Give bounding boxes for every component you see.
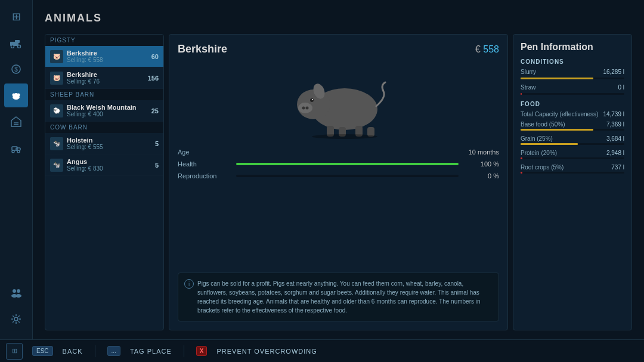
esc-key[interactable]: ESC [32,346,53,356]
info-text: Pigs can be sold for a profit. Pigs eat … [197,280,481,314]
stat-row-health: Health 100 % [178,160,499,168]
animal-selling: Selling: € 555 [67,144,140,150]
category-pigsty: PIGSTY [45,35,163,46]
animal-list-panel: PIGSTY 🐷 Berkshire Selling: € 558 60 🐷 B… [45,34,164,330]
food-grain-value: 3,684 l [606,135,624,142]
food-row-grain: Grain (25%) 3,684 l [521,135,624,142]
animal-selling: Selling: € 830 [67,165,140,172]
reproduction-bar-container [236,175,459,177]
animal-count: 156 [144,75,159,82]
sidebar-item-home[interactable]: ⊞ [4,5,28,29]
animal-selling: Selling: € 76 [67,78,140,85]
prevent-overcrowding-label: PREVENT OVERCROWDING [216,348,317,355]
animal-selling: Selling: € 400 [67,111,140,117]
pen-slurry-row: Slurry 16,285 l [521,69,624,75]
corner-button[interactable]: ⊞ [6,343,23,360]
animal-count: 5 [144,162,159,169]
separator [184,345,184,357]
animal-info: Berkshire Selling: € 76 [67,71,140,85]
straw-bar-container [521,93,624,95]
food-protein-value: 2,948 l [606,150,624,156]
svg-text:$: $ [14,66,18,73]
food-root-bar [521,172,522,174]
total-capacity-value: 14,739 l [603,111,624,117]
svg-point-31 [312,99,313,100]
animal-info: Holstein Selling: € 555 [67,137,140,150]
prevent-key[interactable]: X [196,346,208,356]
stat-row-age: Age 10 months [178,148,499,156]
straw-value: 0 l [618,84,624,91]
slurry-bar [521,78,593,79]
animal-icon: 🐑 [50,104,63,117]
food-protein-bar [521,157,522,159]
animal-row[interactable]: 🐄 Angus Selling: € 830 5 [45,154,163,176]
category-sheep: SHEEP BARN [45,89,163,100]
age-label: Age [178,148,231,156]
svg-point-9 [14,93,18,95]
info-box: i Pigs can be sold for a profit. Pigs ea… [178,273,499,321]
reproduction-label: Reproduction [178,172,231,180]
detail-header: Berkshire € 558 [178,43,499,55]
svg-point-37 [312,134,377,139]
tag-place-label: TAG PLACE [130,348,172,355]
animal-name: Berkshire [67,49,140,57]
svg-point-17 [13,289,16,293]
animal-selling: Selling: € 558 [67,57,140,63]
pen-info-panel: Pen Information CONDITIONS Slurry 16,285… [513,34,632,330]
food-base-bar [521,129,593,131]
main-content: ANIMALS PIGSTY 🐷 Berkshire Selling: € 55… [33,0,644,362]
health-bar-container [236,163,459,165]
animal-row[interactable]: 🐷 Berkshire Selling: € 558 60 [45,46,163,67]
sidebar-item-finance[interactable]: $ [4,57,28,81]
pen-straw-row: Straw 0 l [521,84,624,91]
animal-detail-panel: Berkshire € 558 [169,34,508,330]
sidebar-item-vehicle[interactable] [4,31,28,55]
animal-row[interactable]: 🐄 Holstein Selling: € 555 5 [45,133,163,154]
svg-point-3 [18,45,21,48]
animal-name: Berkshire [67,71,140,78]
food-grain-label: Grain (25%) [521,135,553,142]
slurry-label: Slurry [521,69,536,75]
svg-point-20 [16,294,21,298]
info-icon: i [184,279,194,289]
health-bar [236,163,459,165]
straw-label: Straw [521,84,536,91]
sidebar-item-workers[interactable] [4,281,28,305]
animal-row[interactable]: 🐷 Berkshire Selling: € 76 156 [45,67,163,89]
sidebar-item-machine[interactable] [4,136,28,160]
animal-icon: 🐄 [50,159,63,172]
animal-detail-name: Berkshire [178,43,227,55]
animal-info: Angus Selling: € 830 [67,158,140,172]
age-value: 10 months [463,148,499,156]
sidebar-item-field[interactable] [4,110,28,134]
food-row-root: Root crops (5%) 737 l [521,164,624,171]
animal-icon: 🐷 [50,72,63,85]
category-cow: COW BARN [45,122,163,133]
content-area: PIGSTY 🐷 Berkshire Selling: € 558 60 🐷 B… [45,34,632,330]
sidebar-item-animal[interactable] [4,83,28,107]
reproduction-value: 0 % [463,172,499,180]
food-row-protein: Protein (20%) 2,948 l [521,150,624,156]
svg-point-21 [14,317,18,321]
animal-icon: 🐷 [50,50,63,63]
animal-icon: 🐄 [50,137,63,150]
food-base-label: Base food (50%) [521,121,565,128]
sidebar-item-settings[interactable] [4,307,28,331]
separator [95,345,95,357]
bottom-bar: ⊞ ESC BACK ... TAG PLACE X PREVENT OVERC… [0,339,644,362]
svg-point-28 [302,107,305,110]
animal-name: Angus [67,158,140,165]
slurry-value: 16,285 l [603,69,624,75]
svg-point-16 [17,150,20,153]
food-grain-bar [521,143,578,145]
animal-image [178,61,499,139]
back-label: BACK [63,348,83,355]
svg-point-15 [12,150,14,153]
svg-point-29 [305,107,308,110]
food-row-base: Base food (50%) 7,369 l [521,121,624,128]
animal-row[interactable]: 🐑 Black Welsh Mountain Selling: € 400 25 [45,100,163,122]
tag-key[interactable]: ... [107,346,120,356]
svg-point-2 [11,45,14,48]
page-title: ANIMALS [45,12,632,24]
food-base-bar-container [521,129,624,131]
